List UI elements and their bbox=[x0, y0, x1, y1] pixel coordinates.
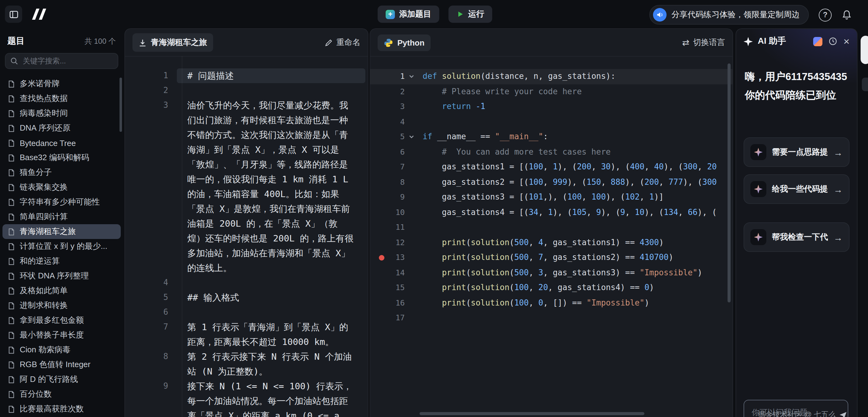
run-button[interactable]: 运行 bbox=[448, 5, 492, 23]
editor-vertical-scrollbar[interactable] bbox=[727, 63, 731, 302]
code-line-text[interactable]: print(solution(100, 20, gas_stations4) =… bbox=[418, 280, 733, 295]
sidebar-scrollbar[interactable] bbox=[120, 77, 122, 132]
code-line-text[interactable]: print(solution(500, 7, gas_stations2) ==… bbox=[418, 250, 733, 265]
sidebar-item[interactable]: 简单四则计算 bbox=[2, 210, 121, 224]
code-gutter[interactable]: 6 bbox=[370, 145, 405, 160]
code-line-text[interactable]: return -1 bbox=[418, 99, 733, 114]
sidebar-item[interactable]: 最小替换子串长度 bbox=[2, 328, 121, 343]
code-line-text[interactable]: print(solution(500, 4, gas_stations1) ==… bbox=[418, 235, 733, 250]
history-icon[interactable] bbox=[829, 37, 837, 45]
code-gutter[interactable]: 13 bbox=[370, 250, 405, 265]
code-gutter[interactable]: 12 bbox=[370, 235, 405, 250]
description-text[interactable]: 站 (N 为正整数)。 bbox=[177, 364, 365, 379]
code-line-text[interactable] bbox=[418, 114, 733, 129]
fold-chevron-icon[interactable] bbox=[405, 69, 418, 84]
close-icon[interactable]: × bbox=[843, 36, 849, 46]
code-line-text[interactable]: if __name__ == "__main__": bbox=[418, 129, 733, 145]
help-icon[interactable]: ? bbox=[819, 8, 832, 21]
description-text[interactable] bbox=[177, 305, 365, 320]
description-text[interactable]: 油价飞升的今天，我们尽量减少花费。我 bbox=[177, 98, 365, 113]
sidebar-item[interactable]: 阿 D 的飞行路线 bbox=[2, 372, 121, 387]
description-text[interactable]: 接下来 N (1 <= N <= 100) 行表示， bbox=[177, 379, 365, 394]
code-gutter[interactable]: 1 bbox=[370, 69, 405, 84]
sidebar-item[interactable]: 青海湖租车之旅 bbox=[2, 224, 121, 239]
search-input[interactable] bbox=[22, 56, 113, 66]
ai-suggestion-card[interactable]: 需要一点思路提示→ bbox=[744, 137, 849, 167]
code-line-text[interactable]: print(solution(100, 0, []) == "Impossibl… bbox=[418, 295, 733, 311]
language-chip[interactable]: Python bbox=[378, 34, 431, 51]
description-text[interactable]: 「敦煌」、「月牙泉」等，线路的路径是 bbox=[177, 157, 365, 172]
description-text[interactable]: 的油，车油箱容量 400L。比如：如果 bbox=[177, 187, 365, 201]
rename-button[interactable]: 重命名 bbox=[324, 37, 361, 48]
code-gutter[interactable]: 3 bbox=[370, 99, 405, 114]
breakpoint-dot[interactable] bbox=[379, 255, 384, 261]
floating-toolbar-partial[interactable] bbox=[861, 36, 868, 64]
code-gutter[interactable]: 2 bbox=[370, 84, 405, 99]
sidebar-item[interactable]: RGB 色值转 Integer bbox=[2, 357, 121, 372]
description-rows[interactable]: 1# 问题描述23油价飞升的今天，我们尽量减少花费。我们出门旅游，有时候租车去旅… bbox=[125, 56, 368, 417]
code-line-text[interactable]: # Please write your code here bbox=[418, 84, 733, 99]
code-line-text[interactable]: gas_stations2 = [(100, 999), (150, 888),… bbox=[418, 174, 733, 190]
sidebar-item[interactable]: 字符串有多少种可能性 bbox=[2, 195, 121, 210]
description-text[interactable]: 不错的方式。这次我们这次旅游是从「青 bbox=[177, 128, 365, 142]
description-text[interactable]: ## 输入格式 bbox=[177, 290, 365, 305]
code-line-text[interactable]: def solution(distance, n, gas_stations): bbox=[418, 69, 733, 84]
description-text[interactable]: 第 1 行表示「青海湖」到「景点 X」的 bbox=[177, 320, 365, 334]
sidebar-item[interactable]: 拿到最多红包金额 bbox=[2, 313, 121, 328]
code-line-text[interactable]: # You can add more test cases here bbox=[418, 145, 733, 160]
notifications-icon[interactable] bbox=[841, 9, 852, 20]
add-problem-button[interactable]: + 添加题目 bbox=[378, 5, 439, 23]
sidebar-item[interactable]: Cion 勒索病毒 bbox=[2, 343, 121, 357]
description-text[interactable]: 「景点 X」是敦煌，我们在青海湖租车前 bbox=[177, 201, 365, 216]
sidebar-toggle-button[interactable] bbox=[5, 5, 22, 23]
description-text[interactable]: 煌）还车的时候也是 200L 的，路上有很 bbox=[177, 231, 365, 246]
problem-title-chip[interactable]: 青海湖租车之旅 bbox=[132, 33, 213, 52]
description-text[interactable] bbox=[177, 83, 365, 98]
code-line-text[interactable] bbox=[418, 220, 733, 235]
code-line-text[interactable]: gas_stations4 = [(34, 1), (105, 9), (9, … bbox=[418, 205, 733, 220]
theme-palette-icon[interactable] bbox=[813, 37, 823, 46]
sidebar-item[interactable]: 比赛最高获胜次数 bbox=[2, 402, 121, 416]
search-box[interactable] bbox=[5, 53, 118, 69]
description-text[interactable]: 距离，距离最长不超过 10000 km。 bbox=[177, 334, 365, 349]
code-gutter[interactable]: 9 bbox=[370, 190, 405, 205]
brand-logo[interactable] bbox=[30, 7, 51, 21]
description-text[interactable]: 第 2 行表示接下来 N 行表示 N 个加油 bbox=[177, 349, 365, 364]
switch-language-button[interactable]: ⇄ 切换语言 bbox=[682, 37, 725, 48]
sidebar-item[interactable]: DNA 序列还原 bbox=[2, 121, 121, 135]
sidebar-item[interactable]: 猫鱼分子 bbox=[2, 165, 121, 180]
sidebar-item[interactable]: Base32 编码和解码 bbox=[2, 150, 121, 165]
sidebar-item[interactable]: 计算位置 x 到 y 的最少... bbox=[2, 239, 121, 254]
sidebar-item[interactable]: 查找热点数据 bbox=[2, 91, 121, 106]
code-gutter[interactable]: 16 bbox=[370, 295, 405, 311]
sidebar-item[interactable]: 和的逆运算 bbox=[2, 254, 121, 268]
ai-suggestion-card[interactable]: 帮我检查一下代码→ bbox=[744, 222, 849, 252]
code-gutter[interactable]: 4 bbox=[370, 114, 405, 129]
sidebar-item[interactable]: 环状 DNA 序列整理 bbox=[2, 268, 121, 283]
code-gutter[interactable]: 7 bbox=[370, 160, 405, 174]
sidebar-item[interactable]: 进制求和转换 bbox=[2, 298, 121, 313]
description-text[interactable]: 们出门旅游，有时候租车去旅游也是一种 bbox=[177, 113, 365, 128]
code-line-text[interactable]: gas_stations1 = [(100, 1), (200, 30), (4… bbox=[418, 160, 733, 174]
description-text[interactable]: 离「景点 X」的距离 a km (0 <= a bbox=[177, 408, 365, 417]
code-line-text[interactable]: print(solution(500, 3, gas_stations3) ==… bbox=[418, 265, 733, 280]
sidebar-item[interactable]: 病毒感染时间 bbox=[2, 106, 121, 121]
code-gutter[interactable]: 11 bbox=[370, 220, 405, 235]
code-gutter[interactable]: 15 bbox=[370, 280, 405, 295]
code-line-text[interactable]: gas_stations3 = [(101,), (100, 100), (10… bbox=[418, 190, 733, 205]
code-line-text[interactable] bbox=[418, 311, 733, 325]
description-text[interactable]: 多加油站，加油站在青海湖和「景点 X」 bbox=[177, 246, 365, 261]
editor-horizontal-scrollbar[interactable] bbox=[420, 412, 644, 415]
promo-banner[interactable]: 分享代码练习体验，领限量定制周边 bbox=[649, 5, 809, 25]
sidebar-item[interactable]: Bytedance Tree bbox=[2, 135, 121, 150]
description-text[interactable]: 唯一的，假设我们每走 1 km 消耗 1 L bbox=[177, 172, 365, 187]
sidebar-item[interactable]: 多米诺骨牌 bbox=[2, 76, 121, 91]
code-gutter[interactable]: 14 bbox=[370, 265, 405, 280]
description-text[interactable]: 海湖」到「景点 X」，景点 X 可以是 bbox=[177, 142, 365, 157]
sidebar-item[interactable]: 及格如此简单 bbox=[2, 283, 121, 298]
sidebar-item[interactable]: 链表聚集交换 bbox=[2, 180, 121, 195]
sidebar-item[interactable]: 百分位数 bbox=[2, 387, 121, 402]
description-text[interactable]: 油箱是 200L 的，在「景点 X」（敦 bbox=[177, 216, 365, 231]
description-text[interactable]: # 问题描述 bbox=[177, 68, 365, 83]
fold-chevron-icon[interactable] bbox=[405, 129, 418, 145]
